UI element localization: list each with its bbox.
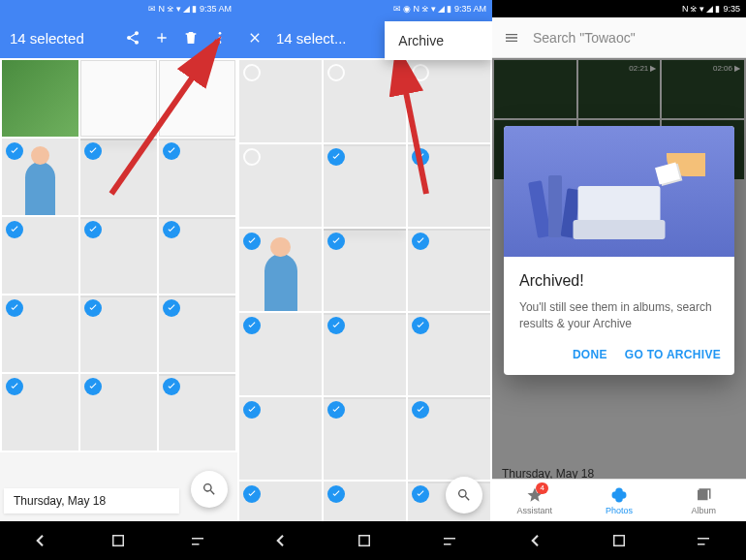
photo-thumb[interactable]: [324, 313, 406, 395]
home-icon[interactable]: [441, 532, 458, 549]
tab-albums[interactable]: Album: [662, 480, 746, 521]
photo-thumb[interactable]: [408, 144, 490, 227]
photo-thumb[interactable]: [80, 296, 157, 372]
svg-point-1: [219, 37, 222, 40]
signal-icon: ◢: [706, 4, 713, 14]
check-icon: [6, 142, 23, 160]
photo-thumb[interactable]: [80, 374, 157, 451]
battery-icon: ▮: [715, 4, 720, 14]
photo-thumb[interactable]: [239, 397, 322, 480]
photo-thumb[interactable]: [2, 374, 78, 451]
photo-thumb[interactable]: [159, 60, 235, 137]
archive-dialog: Archived! You'll still see them in album…: [504, 126, 734, 375]
photo-thumb[interactable]: [239, 313, 322, 395]
photo-thumb[interactable]: [2, 60, 78, 137]
photo-thumb[interactable]: [324, 397, 406, 480]
back-icon[interactable]: [526, 532, 544, 549]
mail-icon: ✉: [393, 4, 401, 14]
go-to-archive-button[interactable]: GO TO ARCHIVE: [625, 348, 721, 361]
photo-thumb[interactable]: [239, 229, 322, 311]
recents-icon[interactable]: [109, 532, 127, 549]
check-icon: [163, 142, 180, 160]
check-icon: [163, 299, 180, 317]
wifi-icon: ▾: [431, 4, 436, 14]
photo-thumb[interactable]: [80, 60, 157, 137]
check-icon: [6, 221, 23, 238]
status-bar: N ※ ▾ ◢ ▮ 9:35: [492, 0, 746, 17]
bluetooth-icon: ※: [167, 4, 174, 14]
add-icon[interactable]: [154, 30, 170, 46]
close-icon[interactable]: [247, 30, 263, 46]
done-button[interactable]: DONE: [573, 348, 607, 361]
photo-thumb[interactable]: [324, 144, 406, 227]
photo-thumb[interactable]: [159, 139, 235, 215]
photo-thumb[interactable]: [159, 296, 235, 372]
zoom-fab[interactable]: [446, 477, 482, 513]
battery-icon: ▮: [192, 4, 197, 14]
overflow-menu: Archive: [385, 21, 492, 60]
battery-icon: ▮: [447, 4, 451, 14]
check-icon: [163, 378, 180, 395]
bluetooth-icon: ※: [421, 4, 429, 14]
magnifier-icon: [456, 487, 472, 503]
check-icon: [243, 485, 261, 503]
photo-thumb[interactable]: [324, 229, 406, 311]
delete-icon[interactable]: [183, 30, 199, 46]
check-icon: [412, 317, 429, 334]
wifi-icon: ▾: [699, 4, 704, 14]
tab-photos[interactable]: Photos: [576, 480, 661, 521]
signal-icon: ◢: [183, 4, 190, 14]
nfc-icon: N: [158, 4, 165, 14]
photo-thumb[interactable]: [159, 374, 235, 451]
photo-thumb[interactable]: [324, 60, 406, 142]
assistant-badge: 4: [536, 482, 547, 494]
photo-thumb[interactable]: [239, 144, 322, 227]
unchecked-ring: [412, 64, 429, 81]
menu-icon[interactable]: [504, 30, 519, 46]
photo-thumb[interactable]: [80, 217, 157, 294]
system-nav-bar: [492, 521, 746, 560]
photo-thumb[interactable]: [408, 313, 490, 395]
phone-panel-3: N ※ ▾ ◢ ▮ 9:35 Search "Towaoc" 02:21 ▶ 0…: [492, 0, 746, 560]
check-icon: [243, 233, 261, 250]
photo-thumb[interactable]: [159, 217, 235, 294]
home-icon[interactable]: [189, 532, 206, 549]
unchecked-ring: [243, 64, 261, 81]
photo-thumb[interactable]: [408, 229, 490, 311]
menu-item-archive[interactable]: Archive: [398, 33, 444, 48]
photo-thumb[interactable]: [2, 139, 78, 215]
check-icon: [412, 148, 429, 166]
photo-thumb[interactable]: [408, 397, 490, 480]
recents-icon[interactable]: [610, 532, 628, 549]
svg-rect-7: [614, 536, 625, 546]
check-icon: [84, 221, 102, 238]
check-icon: [412, 233, 429, 250]
bottom-nav: 4 Assistant Photos Album: [492, 479, 746, 521]
status-time: 9:35 AM: [454, 4, 486, 14]
photo-grid[interactable]: [0, 58, 237, 452]
back-icon[interactable]: [271, 532, 289, 549]
share-icon[interactable]: [125, 30, 140, 46]
check-icon: [327, 317, 345, 334]
tab-assistant[interactable]: 4 Assistant: [492, 480, 576, 521]
photo-thumb[interactable]: [239, 60, 322, 142]
status-bar: ✉ N ※ ▾ ◢ ▮ 9:35 AM: [0, 0, 237, 17]
check-icon: [412, 401, 429, 419]
search-bar[interactable]: Search "Towaoc": [492, 17, 746, 58]
wifi-icon: ▾: [176, 4, 181, 14]
home-icon[interactable]: [695, 532, 712, 549]
back-icon[interactable]: [31, 532, 48, 549]
bluetooth-icon: ※: [690, 4, 698, 14]
photo-thumb[interactable]: [80, 139, 157, 215]
check-icon: [327, 485, 345, 503]
recents-icon[interactable]: [356, 532, 373, 549]
photo-thumb[interactable]: [408, 60, 490, 142]
photo-thumb[interactable]: [2, 296, 78, 372]
tab-label: Album: [692, 506, 717, 515]
nfc-icon: N: [682, 4, 689, 14]
photo-thumb[interactable]: [2, 217, 78, 294]
zoom-fab[interactable]: [191, 471, 228, 508]
status-bar: ✉ ◉ N ※ ▾ ◢ ▮ 9:35 AM: [237, 0, 492, 17]
status-time: 9:35: [723, 4, 740, 14]
overflow-menu-icon[interactable]: [212, 30, 228, 46]
